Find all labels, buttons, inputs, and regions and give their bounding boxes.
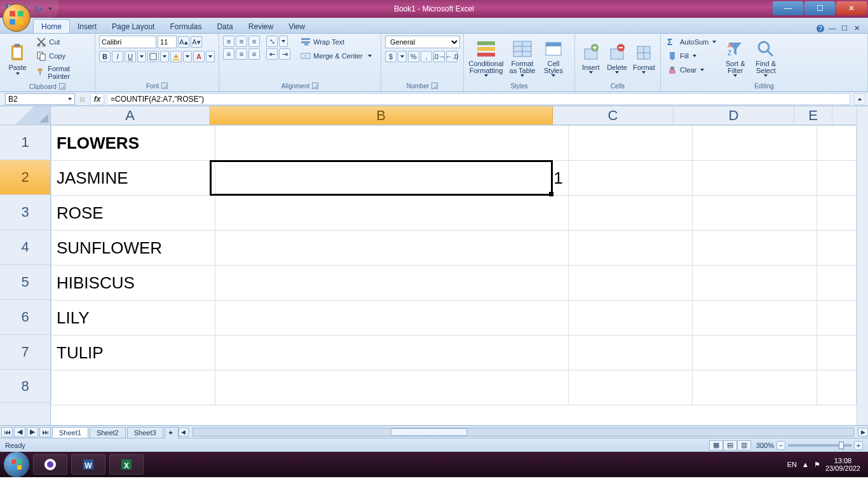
- orientation-button[interactable]: ⤡: [266, 36, 278, 47]
- number-dialog-launcher[interactable]: [431, 83, 438, 89]
- percent-button[interactable]: %: [408, 51, 419, 62]
- cell-a5[interactable]: HIBISCUS: [51, 266, 215, 301]
- zoom-in-button[interactable]: +: [854, 441, 863, 450]
- cell-a6[interactable]: LILY: [51, 301, 215, 336]
- tab-formulas[interactable]: Formulas: [162, 20, 209, 33]
- ribbon-minimize-button[interactable]: —: [829, 24, 837, 33]
- cell-a1[interactable]: FLOWERS: [51, 126, 215, 161]
- cell-a4[interactable]: SUNFLOWER: [51, 231, 215, 266]
- font-dialog-launcher[interactable]: [161, 83, 168, 89]
- cell-b5[interactable]: [215, 266, 568, 301]
- cell-b4[interactable]: [215, 231, 568, 266]
- cells-area[interactable]: FLOWERS JASMINE 1 ROSE: [51, 125, 857, 405]
- help-icon[interactable]: ?: [816, 24, 825, 33]
- number-format-select[interactable]: General: [385, 36, 460, 48]
- insert-cells-button[interactable]: Insert: [579, 36, 602, 80]
- cell-e6[interactable]: [817, 301, 857, 336]
- format-cells-button[interactable]: Format: [632, 36, 656, 80]
- cell-a2[interactable]: JASMINE: [51, 161, 215, 196]
- conditional-formatting-button[interactable]: Conditional Formatting: [468, 36, 505, 80]
- cell-styles-button[interactable]: Cell Styles: [540, 36, 567, 80]
- cell-c7[interactable]: [568, 336, 693, 370]
- alignment-dialog-launcher[interactable]: [312, 83, 318, 89]
- cell-d6[interactable]: [693, 301, 817, 336]
- cell-c4[interactable]: [568, 231, 693, 266]
- orientation-dropdown[interactable]: [279, 36, 288, 47]
- fill-color-button[interactable]: [170, 51, 182, 62]
- cell-c8[interactable]: [568, 370, 693, 405]
- normal-view-button[interactable]: ▦: [709, 440, 723, 451]
- cell-e2[interactable]: [817, 161, 857, 196]
- underline-button[interactable]: U: [125, 51, 136, 62]
- sort-filter-button[interactable]: AZ Sort & Filter: [721, 36, 749, 80]
- tray-show-hidden-icon[interactable]: ▲: [802, 461, 809, 468]
- sheet-nav-last[interactable]: ⏭: [39, 427, 51, 437]
- page-break-view-button[interactable]: ▥: [737, 440, 751, 451]
- maximize-button[interactable]: ☐: [804, 1, 835, 15]
- row-header-6[interactable]: 6: [0, 300, 50, 335]
- delete-cells-button[interactable]: Delete: [605, 36, 628, 80]
- task-excel[interactable]: X: [109, 454, 144, 475]
- shrink-font-button[interactable]: A▾: [191, 36, 202, 48]
- cut-button[interactable]: Cut: [34, 36, 91, 48]
- format-painter-button[interactable]: Format Painter: [34, 64, 91, 81]
- hscroll-left[interactable]: ◀: [179, 428, 189, 437]
- clear-button[interactable]: Clear: [665, 64, 719, 76]
- col-header-b[interactable]: B: [210, 106, 553, 125]
- accounting-dropdown[interactable]: [398, 51, 407, 62]
- tab-view[interactable]: View: [281, 20, 313, 33]
- row-header-2[interactable]: 2: [0, 160, 50, 195]
- increase-decimal-button[interactable]: .0→: [433, 51, 445, 62]
- cell-e1[interactable]: [817, 126, 857, 161]
- cell-c2[interactable]: [568, 161, 693, 196]
- wrap-text-button[interactable]: Wrap Text: [298, 36, 374, 48]
- hscroll-right[interactable]: ▶: [858, 428, 868, 437]
- cell-b6[interactable]: [215, 301, 568, 336]
- cell-a3[interactable]: ROSE: [51, 196, 215, 231]
- sheet-nav-next[interactable]: ▶: [27, 427, 38, 437]
- row-header-1[interactable]: 1: [0, 125, 50, 160]
- sheet-nav-first[interactable]: ⏮: [1, 427, 13, 437]
- cell-e7[interactable]: [817, 336, 857, 370]
- decrease-indent-button[interactable]: ⇤: [266, 48, 278, 60]
- align-top-button[interactable]: ≡: [223, 36, 234, 47]
- format-as-table-button[interactable]: Format as Table: [507, 36, 538, 80]
- cell-e8[interactable]: [817, 370, 857, 405]
- decrease-decimal-button[interactable]: ←.0: [446, 51, 458, 62]
- accounting-format-button[interactable]: $: [385, 51, 397, 62]
- grow-font-button[interactable]: A▴: [178, 36, 189, 48]
- font-size-input[interactable]: [158, 36, 177, 48]
- start-button[interactable]: [4, 452, 29, 477]
- cell-e4[interactable]: [817, 231, 857, 266]
- office-button[interactable]: [3, 4, 31, 32]
- horizontal-scrollbar[interactable]: [193, 428, 854, 437]
- underline-dropdown[interactable]: [137, 51, 146, 62]
- tray-lang[interactable]: EN: [787, 461, 797, 468]
- cell-d2[interactable]: [693, 161, 817, 196]
- row-header-3[interactable]: 3: [0, 195, 50, 230]
- cell-a7[interactable]: TULIP: [51, 336, 215, 370]
- close-button[interactable]: ✕: [836, 1, 867, 15]
- zoom-slider[interactable]: [788, 444, 851, 447]
- cell-c3[interactable]: [568, 196, 693, 231]
- align-center-button[interactable]: ≡: [236, 48, 247, 60]
- cancel-formula-icon[interactable]: ⦻: [79, 95, 86, 104]
- comma-button[interactable]: ,: [421, 51, 432, 62]
- row-header-7[interactable]: 7: [0, 335, 50, 370]
- cell-d7[interactable]: [693, 336, 817, 370]
- merge-center-button[interactable]: Merge & Center: [298, 50, 374, 62]
- page-layout-view-button[interactable]: ▤: [723, 440, 737, 451]
- fill-color-dropdown[interactable]: [183, 51, 192, 62]
- formula-input[interactable]: =COUNTIF(A2:A7,"ROSE"): [108, 93, 850, 105]
- insert-sheet-button[interactable]: ✦: [165, 427, 179, 438]
- italic-button[interactable]: I: [112, 51, 123, 62]
- col-header-d[interactable]: D: [674, 106, 794, 125]
- cell-c1[interactable]: [568, 126, 693, 161]
- font-name-input[interactable]: [99, 36, 156, 48]
- paste-button[interactable]: Paste: [4, 36, 31, 81]
- cell-b3[interactable]: [215, 196, 568, 231]
- zoom-level[interactable]: 300%: [756, 442, 774, 449]
- bold-button[interactable]: B: [99, 51, 111, 62]
- select-all-corner[interactable]: [0, 106, 51, 125]
- row-header-8[interactable]: 8: [0, 370, 50, 403]
